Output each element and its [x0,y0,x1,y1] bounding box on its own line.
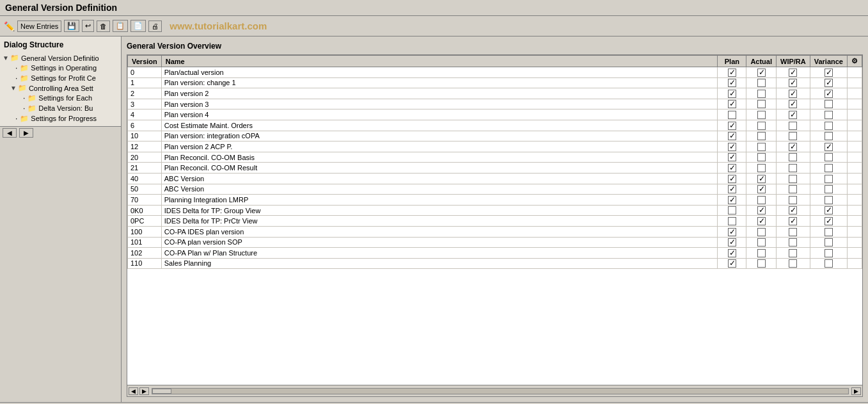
table-row[interactable]: 70Planning Integration LMRP [128,195,862,206]
checkbox-variance-14[interactable] [825,217,833,225]
checkbox-variance-5[interactable] [825,122,833,130]
cell-variance-9[interactable] [810,163,847,174]
checkbox-variance-17[interactable] [825,249,833,257]
cell-wipra-9[interactable] [777,163,810,174]
cell-actual-13[interactable] [746,205,777,216]
table-row[interactable]: 6Cost Estimate Maint. Orders [128,120,862,131]
cell-variance-14[interactable] [810,216,847,227]
cell-actual-11[interactable] [746,184,777,195]
cell-plan-14[interactable] [718,216,746,227]
table-row[interactable]: 2Plan version 2 [128,88,862,99]
checkbox-wipra-4[interactable] [789,111,797,119]
checkbox-wipra-15[interactable] [789,228,797,236]
checkbox-wipra-6[interactable] [789,132,797,140]
cell-variance-2[interactable] [810,88,847,99]
tree-item-s1[interactable]: ·📁Settings in Operating [3,63,118,73]
checkbox-wipra-3[interactable] [789,100,797,108]
cell-variance-8[interactable] [810,152,847,163]
checkbox-actual-18[interactable] [757,259,766,268]
checkbox-actual-2[interactable] [757,90,766,98]
cell-wipra-11[interactable] [777,184,810,195]
checkbox-plan-2[interactable] [728,90,736,98]
table-row[interactable]: 0Plan/actual version [128,67,862,78]
cell-wipra-12[interactable] [777,195,810,206]
horizontal-scrollbar[interactable] [152,388,849,394]
copy-button[interactable]: 📋 [113,20,128,32]
table-row[interactable]: 110Sales Planning [128,258,862,269]
checkbox-wipra-7[interactable] [789,143,797,151]
scroll-left-btn[interactable]: ◀ [129,387,138,395]
scroll-right-btn2[interactable]: ▶ [851,387,861,395]
checkbox-plan-1[interactable] [728,79,736,87]
checkbox-wipra-14[interactable] [789,217,797,225]
checkbox-wipra-9[interactable] [789,164,797,172]
col-settings-icon[interactable]: ⚙ [848,56,862,67]
tree-item-s3b[interactable]: ·📁Delta Version: Bu [3,103,118,113]
tree-item-s4[interactable]: ·📁Settings for Progress [3,113,118,124]
cell-wipra-6[interactable] [777,131,810,141]
checkbox-wipra-2[interactable] [789,90,797,98]
checkbox-wipra-5[interactable] [789,122,797,130]
cell-wipra-7[interactable] [777,141,810,152]
checkbox-actual-14[interactable] [757,217,766,225]
cell-plan-8[interactable] [718,152,746,163]
checkbox-actual-10[interactable] [757,175,766,183]
cell-wipra-10[interactable] [777,173,810,184]
table-row[interactable]: 12Plan version 2 ACP P. [128,141,862,152]
cell-plan-0[interactable] [718,67,746,78]
table-row[interactable]: 4Plan version 4 [128,109,862,120]
checkbox-actual-5[interactable] [757,122,766,130]
scroll-right-btn[interactable]: ▶ [139,387,149,395]
checkbox-variance-4[interactable] [825,111,833,119]
version-table-container[interactable]: Version Name Plan Actual WIP/RA Variance… [127,54,863,385]
cell-variance-0[interactable] [810,67,847,78]
checkbox-plan-6[interactable] [728,132,736,140]
cell-plan-12[interactable] [718,195,746,206]
checkbox-plan-10[interactable] [728,175,736,183]
table-row[interactable]: 0K0IDES Delta for TP: Group View [128,205,862,216]
checkbox-plan-11[interactable] [728,185,736,193]
checkbox-variance-18[interactable] [825,259,833,268]
checkbox-variance-1[interactable] [825,79,833,87]
cell-plan-16[interactable] [718,237,746,248]
tree-item-s3[interactable]: ▼📁Controlling Area Sett [3,83,118,93]
cell-variance-17[interactable] [810,248,847,259]
checkbox-plan-8[interactable] [728,153,736,161]
cell-wipra-15[interactable] [777,226,810,237]
tree-item-root[interactable]: ▼📁General Version Definitio [3,53,118,63]
cell-variance-16[interactable] [810,237,847,248]
checkbox-variance-2[interactable] [825,90,833,98]
checkbox-variance-7[interactable] [825,143,833,151]
cell-plan-10[interactable] [718,173,746,184]
cell-wipra-17[interactable] [777,248,810,259]
checkbox-wipra-16[interactable] [789,238,797,246]
cell-wipra-5[interactable] [777,120,810,131]
checkbox-actual-4[interactable] [757,111,766,119]
cell-variance-4[interactable] [810,109,847,120]
cell-actual-18[interactable] [746,258,777,269]
cell-plan-5[interactable] [718,120,746,131]
checkbox-actual-6[interactable] [757,132,766,140]
cell-actual-0[interactable] [746,67,777,78]
checkbox-plan-14[interactable] [728,217,736,225]
cell-variance-15[interactable] [810,226,847,237]
cell-plan-13[interactable] [718,205,746,216]
cell-variance-13[interactable] [810,205,847,216]
checkbox-plan-9[interactable] [728,164,736,172]
left-nav-next[interactable]: ▶ [19,128,33,138]
cell-actual-16[interactable] [746,237,777,248]
cell-actual-10[interactable] [746,173,777,184]
cell-wipra-18[interactable] [777,258,810,269]
cell-actual-5[interactable] [746,120,777,131]
cell-actual-2[interactable] [746,88,777,99]
undo-button[interactable]: ↩ [82,20,94,32]
cell-actual-12[interactable] [746,195,777,206]
cell-variance-10[interactable] [810,173,847,184]
checkbox-variance-9[interactable] [825,164,833,172]
checkbox-wipra-18[interactable] [789,259,797,268]
checkbox-actual-7[interactable] [757,143,766,151]
checkbox-actual-12[interactable] [757,196,766,204]
cell-wipra-1[interactable] [777,77,810,88]
cell-plan-18[interactable] [718,258,746,269]
move-button[interactable]: 📄 [130,20,146,32]
